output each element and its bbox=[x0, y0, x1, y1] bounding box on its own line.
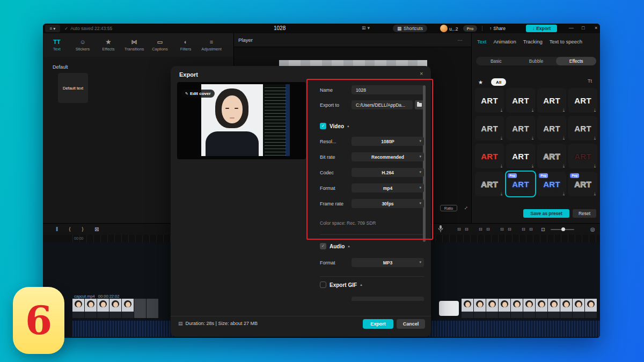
subtab-basic[interactable]: Basic bbox=[476, 57, 516, 65]
track-toggle-icon[interactable]: ⊟ bbox=[465, 227, 469, 232]
timeline-thumbnail[interactable] bbox=[573, 299, 584, 318]
dialog-scrollbar[interactable] bbox=[423, 85, 426, 242]
dropdown-resol[interactable]: 1080P▾ bbox=[352, 137, 424, 146]
dialog-close-icon[interactable]: × bbox=[420, 70, 423, 77]
collapse-icon[interactable]: ▴ bbox=[360, 283, 362, 287]
track-toggle-icon[interactable]: ⊟ bbox=[486, 227, 490, 232]
cancel-button[interactable]: Cancel bbox=[397, 319, 425, 329]
timeline-thumbnail[interactable] bbox=[536, 299, 547, 318]
close-button[interactable]: × bbox=[595, 25, 597, 31]
timeline-thumbnail[interactable] bbox=[474, 299, 486, 318]
timeline-thumbnail[interactable] bbox=[97, 299, 109, 318]
timeline-thumbnail[interactable] bbox=[109, 299, 121, 318]
art-effect-item[interactable]: ART↓ bbox=[568, 88, 597, 113]
split-icon[interactable]: ‖ bbox=[56, 226, 58, 233]
collapse-icon[interactable]: ▴ bbox=[348, 244, 350, 248]
workspace-layout-icon[interactable]: ⊞▾ bbox=[362, 25, 371, 31]
delete-icon[interactable]: ⊠ bbox=[94, 226, 99, 233]
dropdown-bit-rate[interactable]: Recommended▾ bbox=[352, 152, 424, 161]
timeline-thumbnail[interactable] bbox=[147, 299, 158, 318]
pro-badge[interactable]: Pro bbox=[463, 25, 477, 32]
timeline-thumbnail[interactable] bbox=[486, 299, 498, 318]
art-effect-item[interactable]: ART↓ bbox=[506, 144, 535, 168]
art-effect-item[interactable]: ART↓ bbox=[537, 88, 566, 113]
timeline-thumbnail[interactable] bbox=[72, 299, 84, 318]
tab-text[interactable]: Text bbox=[477, 39, 486, 45]
filter-all-pill[interactable]: All bbox=[491, 78, 506, 86]
timeline-thumbnail[interactable] bbox=[122, 299, 134, 318]
left-tab-adjustment[interactable]: ≡Adjustment bbox=[199, 33, 224, 57]
track-toggle-icon[interactable]: ⊟ bbox=[522, 227, 525, 232]
edit-cover-button[interactable]: ✎ Edit cover bbox=[181, 90, 215, 98]
gif-checkbox[interactable] bbox=[320, 282, 326, 288]
video-checkbox[interactable]: ✓ bbox=[320, 123, 326, 129]
save-preset-button[interactable]: Save as preset bbox=[523, 209, 569, 218]
track-toggle-icon[interactable]: ⊟ bbox=[500, 227, 504, 232]
left-tab-captions[interactable]: ▭Captions bbox=[147, 33, 173, 57]
art-effect-item[interactable]: ART↓ bbox=[475, 144, 504, 168]
timeline-thumbnail[interactable] bbox=[462, 299, 473, 318]
maximize-button[interactable]: □ bbox=[582, 25, 584, 31]
timeline-thumbnail[interactable] bbox=[560, 299, 572, 318]
timeline-thumbnail[interactable] bbox=[499, 299, 510, 318]
art-effect-item[interactable]: ProART↓ bbox=[537, 172, 566, 196]
audio-checkbox[interactable]: ✓ bbox=[320, 243, 326, 249]
share-button[interactable]: ↑Share bbox=[489, 26, 506, 31]
tab-tracking[interactable]: Tracking bbox=[523, 39, 543, 45]
track-toggle-icon[interactable]: ⊟ bbox=[529, 227, 533, 232]
art-effect-item[interactable]: ART↓ bbox=[475, 88, 504, 113]
tab-text-to-speech[interactable]: Text to speech bbox=[550, 39, 582, 45]
shortcuts-button[interactable]: ▦Shortcuts bbox=[393, 25, 427, 32]
timeline-thumbnail[interactable] bbox=[85, 299, 97, 318]
art-effect-item[interactable]: ART↓ bbox=[537, 144, 566, 168]
ratio-button[interactable]: Ratio bbox=[440, 205, 457, 211]
timeline-thumbnail[interactable] bbox=[523, 299, 535, 318]
zoom-slider-knob[interactable] bbox=[561, 227, 565, 231]
track-toggle-icon[interactable]: ⊟ bbox=[457, 227, 461, 232]
left-tab-transitions[interactable]: ⋈Transitions bbox=[121, 33, 147, 57]
trim-left-icon[interactable]: ⟨ bbox=[69, 226, 71, 233]
more-options-icon[interactable]: … bbox=[457, 36, 463, 42]
selected-clip-marker[interactable] bbox=[439, 301, 459, 316]
subtab-effects[interactable]: Effects bbox=[556, 57, 596, 65]
dropdown-codec[interactable]: H.264▾ bbox=[352, 168, 424, 177]
favorites-star-icon[interactable]: ★ bbox=[478, 79, 483, 85]
collapse-icon[interactable]: ▴ bbox=[347, 124, 349, 128]
trim-right-icon[interactable]: ⟩ bbox=[82, 226, 84, 233]
dropdown-frame-rate[interactable]: 30fps▾ bbox=[352, 199, 424, 208]
timeline-thumbnail[interactable] bbox=[548, 299, 560, 318]
art-effect-item[interactable]: ART↓ bbox=[506, 116, 535, 141]
export-confirm-button[interactable]: Export bbox=[363, 319, 393, 329]
art-effect-item[interactable]: ProART bbox=[506, 172, 535, 196]
dropdown-format[interactable]: MP3▾ bbox=[352, 258, 424, 267]
art-effect-item[interactable]: ART↓ bbox=[568, 116, 597, 141]
export-button-titlebar[interactable]: ↓Export bbox=[526, 25, 557, 32]
art-effect-item[interactable]: ART↓ bbox=[537, 116, 566, 141]
art-effect-item[interactable]: ART↓ bbox=[568, 144, 597, 168]
text-style-icon[interactable]: Tt bbox=[588, 78, 592, 84]
timeline-thumbnail[interactable] bbox=[511, 299, 523, 318]
tab-animation[interactable]: Animation bbox=[493, 39, 516, 45]
export-path-input[interactable] bbox=[352, 100, 413, 109]
left-tab-filters[interactable]: ◐Filters bbox=[173, 33, 199, 57]
track-toggle-icon[interactable]: ⊟ bbox=[508, 227, 511, 232]
timeline-thumbnail[interactable] bbox=[134, 299, 146, 318]
default-text-card[interactable]: Default text bbox=[58, 73, 88, 103]
mic-icon[interactable] bbox=[438, 225, 443, 235]
track-toggle-icon[interactable]: ⊟ bbox=[479, 227, 482, 232]
camera-icon[interactable]: ⊡ bbox=[541, 226, 545, 233]
dropdown-format[interactable]: mp4▾ bbox=[352, 183, 424, 193]
timeline-thumbnail[interactable] bbox=[585, 299, 597, 318]
reset-button[interactable]: Reset bbox=[573, 209, 596, 218]
name-input[interactable] bbox=[352, 85, 424, 94]
art-effect-item[interactable]: ART↓ bbox=[475, 116, 504, 141]
left-tab-effects[interactable]: ★Effects bbox=[96, 33, 121, 57]
menu-button[interactable]: ≡▾ bbox=[45, 25, 60, 32]
art-effect-item[interactable]: ART↓ bbox=[475, 172, 504, 196]
fullscreen-icon[interactable]: ↔ bbox=[462, 203, 470, 211]
subtab-bubble[interactable]: Bubble bbox=[516, 57, 557, 65]
art-effect-item[interactable]: ART↓ bbox=[506, 88, 535, 113]
art-effect-item[interactable]: ProART↓ bbox=[568, 172, 597, 196]
minimize-button[interactable]: — bbox=[569, 25, 574, 31]
left-tab-stickers[interactable]: ☺Stickers bbox=[70, 33, 96, 57]
